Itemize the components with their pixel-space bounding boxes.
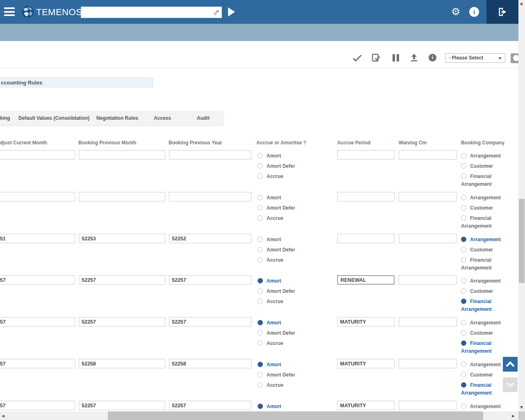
booking-previous-year-input[interactable] [169,317,251,326]
tab-negotiation-rules[interactable]: Negotiation Rules [96,115,138,121]
customer-radio[interactable]: Customer [461,246,504,253]
vertical-scrollbar[interactable]: ▲ ▼ [518,0,525,411]
amort-defer-radio[interactable]: Amort Defer [258,371,295,379]
booking-previous-month-input[interactable] [79,150,165,160]
command-line-input[interactable] [83,7,210,17]
scroll-to-top-button[interactable] [503,357,518,372]
waiving-cm-input[interactable] [399,234,457,243]
gear-icon[interactable]: ⚙ [451,7,460,17]
booking-previous-month-input[interactable] [79,359,165,368]
tab-booking-clipped[interactable]: king [0,115,10,121]
amort-defer-radio[interactable]: Amort Defer [258,162,295,170]
upload-icon[interactable] [409,53,419,64]
action-select[interactable]: - Please Select [445,53,505,63]
accrue-radio[interactable]: Accrue [258,172,283,180]
validate-icon[interactable] [371,53,381,65]
scroll-up-arrow-icon[interactable]: ▲ [520,1,523,5]
arrangement-radio[interactable]: Arrangement [461,152,504,160]
waiving-cm-input[interactable] [399,317,457,326]
command-go-icon[interactable] [213,9,219,16]
amort-defer-radio[interactable]: Amort Defer [258,329,295,337]
tab-default-values-consolidation[interactable]: Default Values (Consolidation) [18,115,89,121]
scroll-right-arrow-icon[interactable]: ▶ [512,414,515,418]
amort-radio[interactable]: Amort [258,277,281,285]
amort-radio[interactable]: Amort [258,361,281,368]
booking-previous-year-input[interactable] [169,401,251,410]
scroll-left-arrow-icon[interactable]: ◀ [2,414,5,418]
accrue-radio[interactable]: Accrue [258,256,283,264]
tab-audit[interactable]: Audit [197,115,210,121]
vertical-scrollbar-thumb[interactable] [519,199,525,283]
arrangement-radio[interactable]: Arrangement [461,361,504,368]
accrue-period-input[interactable] [337,359,395,368]
waiving-cm-input[interactable] [399,359,457,368]
scroll-to-bottom-button[interactable] [503,377,518,392]
accrue-period-input[interactable] [337,150,395,160]
booking-previous-year-input[interactable] [169,359,251,368]
booking-previous-month-input[interactable] [79,317,165,326]
waiving-cm-input[interactable] [399,150,457,160]
hamburger-menu-icon[interactable] [4,7,15,16]
customer-radio[interactable]: Customer [461,162,504,170]
customer-radio[interactable]: Customer [461,204,504,212]
horizontal-scrollbar-thumb[interactable] [108,411,483,420]
hold-icon[interactable] [391,53,400,64]
accrue-radio[interactable]: Accrue [258,297,283,305]
accrue-radio[interactable]: Accrue [258,214,283,222]
financial-arrangement-radio[interactable]: Financial Arrangement [461,339,504,355]
commit-icon[interactable] [352,52,363,65]
financial-arrangement-radio[interactable]: Financial Arrangement [461,214,504,230]
arrangement-radio[interactable]: Arrangement [461,277,504,285]
adjust-current-month-input[interactable] [0,234,75,243]
adjust-current-month-input[interactable] [0,150,75,160]
scroll-down-arrow-icon[interactable]: ▼ [520,405,523,409]
arrangement-radio[interactable]: Arrangement [461,319,504,326]
customer-radio[interactable]: Customer [461,287,504,295]
adjust-current-month-input[interactable] [0,401,75,410]
info-icon[interactable]: i [469,7,479,17]
accrue-radio[interactable]: Accrue [258,381,283,389]
adjust-current-month-input[interactable] [0,359,75,368]
accrue-period-input[interactable] [337,192,395,201]
amort-defer-radio[interactable]: Amort Defer [258,246,295,253]
amort-radio[interactable]: Amort [258,152,281,160]
accrue-period-input[interactable] [337,275,395,285]
amort-radio[interactable]: Amort [258,194,281,201]
booking-previous-month-input[interactable] [79,192,165,201]
arrangement-radio[interactable]: Arrangement [461,235,504,243]
booking-previous-year-input[interactable] [169,192,251,201]
adjust-current-month-input[interactable] [0,275,75,285]
sign-out-button[interactable] [486,0,518,24]
financial-arrangement-radio[interactable]: Financial Arrangement [461,381,504,397]
horizontal-scrollbar[interactable]: ◀ ▶ [0,411,518,420]
booking-previous-year-input[interactable] [169,275,251,285]
tab-access[interactable]: Access [154,115,171,121]
accrue-period-input[interactable] [337,234,395,243]
accrue-radio[interactable]: Accrue [258,339,283,347]
adjust-current-month-input[interactable] [0,192,75,201]
financial-arrangement-radio[interactable]: Financial Arrangement [461,256,504,272]
amort-radio[interactable]: Amort [258,402,281,410]
booking-previous-month-input[interactable] [79,401,165,410]
booking-previous-month-input[interactable] [79,275,165,285]
amort-defer-radio[interactable]: Amort Defer [258,204,295,212]
waiving-cm-input[interactable] [399,275,457,285]
booking-previous-month-input[interactable] [79,234,165,243]
booking-previous-year-input[interactable] [169,234,251,243]
amort-radio[interactable]: Amort [258,319,281,326]
waiving-cm-input[interactable] [399,192,457,201]
amort-defer-radio[interactable]: Amort Defer [258,287,295,295]
waiving-cm-input[interactable] [399,401,457,410]
arrangement-radio[interactable]: Arrangement [461,194,504,201]
run-icon[interactable] [228,7,235,16]
customer-radio[interactable]: Customer [461,329,504,337]
booking-previous-year-input[interactable] [169,150,251,160]
arrangement-radio[interactable]: Arrangement [461,402,504,410]
accrue-period-input[interactable] [337,317,395,326]
accrue-period-input[interactable] [337,401,395,410]
customer-radio[interactable]: Customer [461,371,504,379]
adjust-current-month-input[interactable] [0,317,75,326]
toolbar-info-icon[interactable]: i [429,54,436,62]
amort-radio[interactable]: Amort [258,235,281,243]
financial-arrangement-radio[interactable]: Financial Arrangement [461,297,504,313]
